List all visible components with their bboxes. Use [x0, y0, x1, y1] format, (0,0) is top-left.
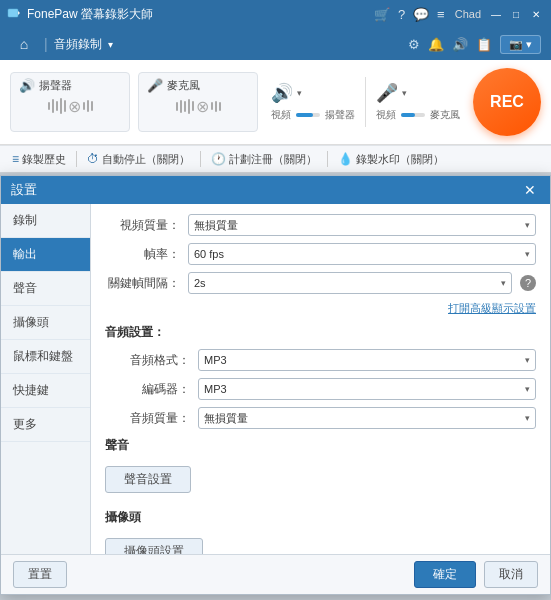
speaker-mute-icon[interactable]: ⊗: [68, 97, 81, 116]
video-quality-arrow: ▾: [525, 220, 530, 230]
toolbar-schedule[interactable]: 🕐 計劃注冊（關閉）: [205, 150, 323, 169]
settings-dialog: 設置 ✕ 錄制 輸出 聲音 攝像頭 鼠標和鍵盤 快捷鍵 更多 視頻質量： 無損質…: [0, 175, 551, 595]
waveform-bar: [219, 102, 221, 111]
camera-settings-button[interactable]: 攝像頭設置: [105, 538, 203, 554]
maximize-button[interactable]: □: [507, 5, 525, 23]
mic-vol-dropdown[interactable]: ▾: [402, 88, 407, 98]
sidebar-item-audio[interactable]: 聲音: [1, 272, 90, 306]
close-button[interactable]: ✕: [527, 5, 545, 23]
mic-vol-label-right: 麥克風: [430, 108, 460, 122]
waveform-bar: [176, 102, 178, 111]
nav-right: ⚙ 🔔 🔊 📋 📷 ▾: [408, 35, 541, 54]
sidebar-item-recording[interactable]: 錄制: [1, 204, 90, 238]
reset-button[interactable]: 置置: [13, 561, 67, 588]
menu-icon[interactable]: ≡: [437, 7, 445, 22]
mic-vol-icon: 🎤: [376, 82, 398, 104]
waveform-bar: [211, 102, 213, 110]
waveform-bar: [87, 100, 89, 112]
schedule-icon: 🕐: [211, 152, 226, 166]
minimize-button[interactable]: —: [487, 5, 505, 23]
dialog-title-bar: 設置 ✕: [1, 176, 550, 204]
dialog-title: 設置: [11, 181, 520, 199]
sidebar-item-mouse[interactable]: 鼠標和鍵盤: [1, 340, 90, 374]
toolbar-auto-stop[interactable]: ⏱ 自動停止（關閉）: [81, 150, 196, 169]
history-icon: ≡: [12, 152, 19, 166]
rec-button[interactable]: REC: [473, 68, 541, 136]
speaker-vol-slider[interactable]: [296, 113, 320, 117]
recording-panel: 🔊 揚聲器 ⊗ 🎤 麥克風 ⊗: [0, 60, 551, 145]
toolbar: ≡ 錄製歷史 ⏱ 自動停止（關閉） 🕐 計劃注冊（關閉） 💧 錄製水印（關閉）: [0, 145, 551, 173]
toolbar-schedule-label: 計劃注冊（關閉）: [229, 152, 317, 167]
advanced-display-link[interactable]: 打開高級顯示設置: [105, 301, 536, 316]
speaker-vol-slider-row: 視頻 揚聲器: [271, 108, 355, 122]
waveform-bar: [56, 101, 58, 111]
speaker-vol-dropdown[interactable]: ▾: [297, 88, 302, 98]
settings-nav-icon[interactable]: ⚙: [408, 37, 420, 52]
vol-divider: [365, 77, 366, 127]
camera-button[interactable]: 📷 ▾: [500, 35, 541, 54]
sidebar-item-camera[interactable]: 攝像頭: [1, 306, 90, 340]
toolbar-watermark[interactable]: 💧 錄製水印（關閉）: [332, 150, 450, 169]
toolbar-history[interactable]: ≡ 錄製歷史: [6, 150, 72, 169]
interval-help-icon[interactable]: ?: [520, 275, 536, 291]
clipboard-icon[interactable]: 📋: [476, 37, 492, 52]
audio-settings-button[interactable]: 聲音設置: [105, 466, 191, 493]
app-title: FonePaw 螢幕錄影大師: [27, 6, 374, 23]
mic-device-icon: 🎤: [147, 78, 163, 93]
interval-select[interactable]: 2s ▾: [188, 272, 512, 294]
interval-value: 2s: [194, 277, 206, 289]
mic-vol-fill: [401, 113, 415, 117]
sidebar-item-more[interactable]: 更多: [1, 408, 90, 442]
speaker-vol-header: 🔊 ▾: [271, 82, 302, 104]
mic-mute-icon[interactable]: ⊗: [196, 97, 209, 116]
mic-vol-header: 🎤 ▾: [376, 82, 407, 104]
toolbar-auto-stop-label: 自動停止（關閉）: [102, 152, 190, 167]
audio-quality-value: 無損質量: [204, 411, 248, 426]
audio-section-title: 聲音: [105, 437, 536, 456]
home-button[interactable]: ⌂: [10, 30, 38, 58]
dialog-close-button[interactable]: ✕: [520, 180, 540, 200]
codec-label: 編碼器：: [115, 381, 190, 398]
nav-dropdown-icon[interactable]: ▾: [108, 39, 113, 50]
speaker-device-icon: 🔊: [19, 78, 35, 93]
audio-quality-arrow: ▾: [525, 413, 530, 423]
sidebar-item-output[interactable]: 輸出: [1, 238, 90, 272]
speaker-waveform: ⊗: [48, 96, 93, 116]
nav-section-label: 音頻錄制: [54, 36, 102, 53]
waveform-bar: [188, 99, 190, 114]
audio-format-arrow: ▾: [525, 355, 530, 365]
svg-marker-1: [18, 11, 20, 15]
ok-button[interactable]: 確定: [414, 561, 476, 588]
notification-icon[interactable]: 🔔: [428, 37, 444, 52]
speaker-device: 🔊 揚聲器 ⊗: [10, 72, 130, 132]
audio-format-select[interactable]: MP3 ▾: [198, 349, 536, 371]
codec-select[interactable]: MP3 ▾: [198, 378, 536, 400]
chat-icon[interactable]: 💬: [413, 7, 429, 22]
waveform-bar: [215, 101, 217, 112]
video-quality-row: 視頻質量： 無損質量 ▾: [105, 214, 536, 236]
svg-rect-0: [8, 9, 18, 17]
help-icon[interactable]: ?: [398, 7, 405, 22]
dialog-body: 錄制 輸出 聲音 攝像頭 鼠標和鍵盤 快捷鍵 更多 視頻質量： 無損質量 ▾ 幀…: [1, 204, 550, 554]
mic-vol-label-left: 視頻: [376, 108, 396, 122]
footer-right: 確定 取消: [414, 561, 538, 588]
audio-format-value: MP3: [204, 354, 227, 366]
camera-dropdown-icon: ▾: [526, 38, 532, 51]
app-icon: [6, 6, 22, 22]
waveform-bar: [180, 100, 182, 113]
waveform-bar: [83, 102, 85, 110]
video-quality-value: 無損質量: [194, 218, 238, 233]
dialog-footer: 置置 確定 取消: [1, 554, 550, 594]
waveform-bar: [64, 100, 66, 112]
sidebar-item-shortcuts[interactable]: 快捷鍵: [1, 374, 90, 408]
frame-rate-select[interactable]: 60 fps ▾: [188, 243, 536, 265]
mic-vol-slider[interactable]: [401, 113, 425, 117]
title-bar: FonePaw 螢幕錄影大師 🛒 ? 💬 ≡ Chad — □ ✕: [0, 0, 551, 28]
cart-icon[interactable]: 🛒: [374, 7, 390, 22]
volume-nav-icon[interactable]: 🔊: [452, 37, 468, 52]
interval-arrow: ▾: [501, 278, 506, 288]
audio-format-label: 音頻格式：: [115, 352, 190, 369]
cancel-button[interactable]: 取消: [484, 561, 538, 588]
audio-quality-select[interactable]: 無損質量 ▾: [198, 407, 536, 429]
video-quality-select[interactable]: 無損質量 ▾: [188, 214, 536, 236]
